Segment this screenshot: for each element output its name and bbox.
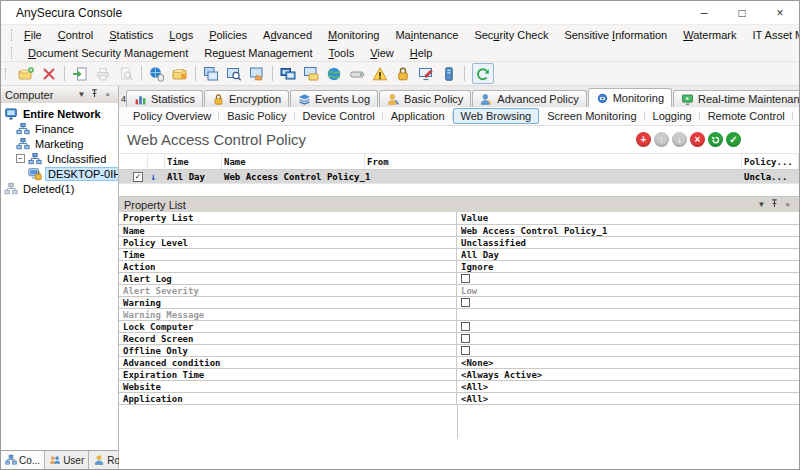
- toolbar-refresh-button[interactable]: [472, 63, 494, 84]
- property-row-time[interactable]: TimeAll Day: [119, 249, 799, 261]
- tab-encryption[interactable]: Encryption: [204, 90, 289, 107]
- panel-close-icon[interactable]: ×: [101, 90, 114, 99]
- tab-statistics[interactable]: Statistics: [126, 90, 203, 107]
- minimize-button[interactable]: –: [685, 1, 723, 24]
- menu-control[interactable]: Control: [50, 27, 101, 43]
- subtab-logging[interactable]: Logging: [645, 108, 700, 124]
- toolbar-window-folder-button[interactable]: [300, 63, 322, 84]
- tree-expander-icon[interactable]: −: [16, 154, 25, 163]
- toolbar-server-button[interactable]: [438, 63, 460, 84]
- toolbar-user-folder-button[interactable]: [169, 63, 191, 84]
- property-row-warning-message[interactable]: Warning Message: [119, 309, 799, 321]
- move-up-button[interactable]: ↑: [654, 132, 669, 147]
- toolbar-globe-button[interactable]: [323, 63, 345, 84]
- tree-item-deleted-1[interactable]: Deleted(1): [1, 181, 118, 196]
- property-row-offline-only[interactable]: Offline Only: [119, 345, 799, 357]
- menu-help[interactable]: Help: [402, 45, 441, 61]
- menu-policies[interactable]: Policies: [201, 27, 255, 43]
- menu-view[interactable]: View: [362, 45, 402, 61]
- menu-statistics[interactable]: Statistics: [101, 27, 161, 43]
- subtab-screen-monitoring[interactable]: Screen Monitoring: [539, 108, 644, 124]
- toolbar-print-preview-button[interactable]: [115, 63, 137, 84]
- property-row-alert-severity[interactable]: Alert SeverityLow: [119, 285, 799, 297]
- property-checkbox[interactable]: [461, 322, 470, 331]
- toolbar-print-button[interactable]: [92, 63, 114, 84]
- toolbar-windows-cascade-button[interactable]: [200, 63, 222, 84]
- menu-document-security-management[interactable]: Document Security Management: [20, 45, 196, 61]
- tab-basic-policy[interactable]: Basic Policy: [379, 90, 471, 107]
- menu-sensitive-information[interactable]: Sensitive Information: [556, 27, 675, 43]
- toolbar-delete-x-button[interactable]: [38, 63, 60, 84]
- window-search-icon: [226, 66, 242, 82]
- toolbar-globe-mouse-button[interactable]: [146, 63, 168, 84]
- policy-row-checkbox[interactable]: ✓: [133, 172, 143, 182]
- property-row-application[interactable]: Application<All>: [119, 393, 799, 405]
- property-checkbox[interactable]: [461, 334, 470, 343]
- subtab-application[interactable]: Application: [383, 108, 453, 124]
- property-row-website[interactable]: Website<All>: [119, 381, 799, 393]
- menu-it-asset-management[interactable]: IT Asset Management: [745, 27, 800, 43]
- policy-row[interactable]: ✓↓All DayWeb Access Control Policy_1Uncl…: [119, 170, 799, 184]
- menu-tools[interactable]: Tools: [320, 45, 362, 61]
- tree-item-finance[interactable]: Finance: [1, 121, 118, 136]
- add-button[interactable]: +: [636, 132, 651, 147]
- panel-menu-icon[interactable]: ▼: [755, 200, 768, 209]
- menu-security-check[interactable]: Security Check: [466, 27, 556, 43]
- tab-events-log[interactable]: Events Log: [290, 90, 378, 107]
- toolbar-drive-button[interactable]: [346, 63, 368, 84]
- property-row-name[interactable]: NameWeb Access Control Policy_1: [119, 225, 799, 237]
- menu-maintenance[interactable]: Maintenance: [387, 27, 466, 43]
- property-label: Alert Severity: [119, 285, 457, 296]
- menu-advanced[interactable]: Advanced: [255, 27, 320, 43]
- tree-item-marketing[interactable]: Marketing: [1, 136, 118, 151]
- property-row-warning[interactable]: Warning: [119, 297, 799, 309]
- property-row-expiration-time[interactable]: Expiration Time<Always Active>: [119, 369, 799, 381]
- panel-pin-icon[interactable]: [768, 199, 781, 210]
- toolbar-window-hand-button[interactable]: [246, 63, 268, 84]
- sidebar-tab-co[interactable]: Co...: [1, 451, 45, 469]
- tree-item-unclassified[interactable]: −Unclassified: [1, 151, 118, 166]
- panel-menu-icon[interactable]: ▼: [75, 90, 88, 99]
- panel-pin-icon[interactable]: [88, 89, 101, 100]
- tab-real-time-maintenance[interactable]: Real-time Maintenance: [673, 90, 800, 107]
- undo-button[interactable]: [708, 132, 723, 147]
- toolbar-alert-warning-button[interactable]: [369, 63, 391, 84]
- menu-request-management[interactable]: Request Management: [196, 45, 320, 61]
- maximize-button[interactable]: □: [723, 1, 761, 24]
- tab-monitoring[interactable]: Monitoring: [588, 88, 672, 107]
- property-row-alert-log[interactable]: Alert Log: [119, 273, 799, 285]
- subtab-web-browsing[interactable]: Web Browsing: [453, 108, 540, 124]
- property-checkbox[interactable]: [461, 298, 470, 307]
- tab-advanced-policy[interactable]: Advanced Policy: [472, 90, 586, 107]
- menu-watermark[interactable]: Watermark: [675, 27, 744, 43]
- subtab-custom-configuration[interactable]: Custom Configuration: [793, 108, 800, 124]
- subtab-device-control[interactable]: Device Control: [295, 108, 383, 124]
- sidebar-tab-user[interactable]: User: [45, 451, 89, 469]
- tree-item-entire-network[interactable]: Entire Network: [1, 106, 118, 121]
- subtab-policy-overview[interactable]: Policy Overview: [125, 108, 219, 124]
- close-button[interactable]: ×: [761, 1, 799, 24]
- menu-monitoring[interactable]: Monitoring: [320, 27, 387, 43]
- toolbar-window-search-button[interactable]: [223, 63, 245, 84]
- property-row-action[interactable]: ActionIgnore: [119, 261, 799, 273]
- property-row-advanced-condition[interactable]: Advanced condition<None>: [119, 357, 799, 369]
- toolbar-export-doc-button[interactable]: [69, 63, 91, 84]
- move-down-button[interactable]: ↓: [672, 132, 687, 147]
- apply-button[interactable]: ✓: [726, 132, 741, 147]
- property-row-lock-computer[interactable]: Lock Computer: [119, 321, 799, 333]
- property-row-record-screen[interactable]: Record Screen: [119, 333, 799, 345]
- menu-logs[interactable]: Logs: [161, 27, 201, 43]
- toolbar-open-folder-new-button[interactable]: [15, 63, 37, 84]
- tree-item-desktop-0ih81nc[interactable]: DESKTOP-0IH81NC: [1, 166, 118, 181]
- panel-close-icon[interactable]: ×: [781, 200, 794, 209]
- toolbar-lock-button[interactable]: [392, 63, 414, 84]
- toolbar-computers-button[interactable]: [277, 63, 299, 84]
- delete-button[interactable]: ×: [690, 132, 705, 147]
- property-row-policy-level[interactable]: Policy LevelUnclassified: [119, 237, 799, 249]
- property-checkbox[interactable]: [461, 346, 470, 355]
- property-checkbox[interactable]: [461, 274, 470, 283]
- subtab-remote-control[interactable]: Remote Control: [700, 108, 793, 124]
- toolbar-monitor-pen-button[interactable]: [415, 63, 437, 84]
- menu-file[interactable]: File: [16, 27, 50, 43]
- subtab-basic-policy[interactable]: Basic Policy: [219, 108, 294, 124]
